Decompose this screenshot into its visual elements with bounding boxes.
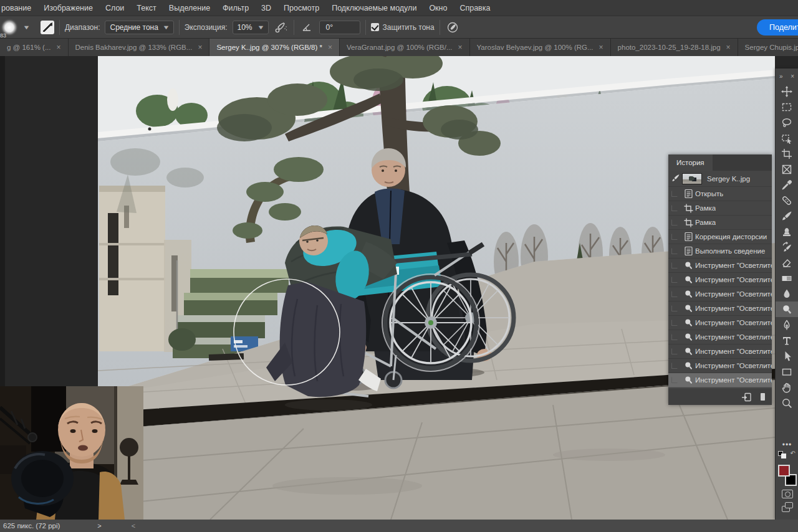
history-source-checkbox[interactable]: [671, 277, 678, 283]
document-tab-5[interactable]: photo_2023-10-25_19-28-18.jpg×: [611, 39, 738, 56]
history-source-checkbox[interactable]: [671, 291, 678, 297]
gradient-tool[interactable]: [776, 270, 798, 286]
move-tool[interactable]: [776, 83, 798, 99]
tab-close-icon[interactable]: ×: [599, 43, 603, 52]
path-select-tool[interactable]: [776, 348, 798, 364]
history-entry-13[interactable]: Инструмент "Осветлите: [668, 373, 772, 387]
history-entry-3[interactable]: Коррекция дисторсии: [668, 230, 772, 244]
share-button[interactable]: Поделиться: [757, 19, 798, 36]
history-source-checkbox[interactable]: [671, 205, 678, 211]
history-entry-9[interactable]: Инструмент "Осветлите: [668, 316, 772, 330]
history-source-checkbox[interactable]: [671, 363, 678, 369]
protect-tones-checkbox[interactable]: [371, 23, 379, 31]
menu-item-4[interactable]: Выделение: [163, 4, 216, 12]
document-tab-3[interactable]: VeraGranat.jpg @ 100% (RGB/...×: [340, 39, 470, 56]
history-source-checkbox[interactable]: [671, 334, 678, 340]
document-tab-1[interactable]: Denis Bakharev.jpg @ 133% (RGB...×: [69, 39, 210, 56]
chevron-down-icon[interactable]: ▼: [22, 24, 30, 31]
history-entry-0[interactable]: Открыть: [668, 187, 772, 201]
angle-input[interactable]: 0°: [319, 21, 360, 34]
menu-item-2[interactable]: Слои: [99, 4, 130, 12]
type-tool[interactable]: [776, 333, 798, 348]
protect-tones-option[interactable]: Защитить тона: [371, 23, 435, 32]
menu-item-6[interactable]: 3D: [255, 4, 277, 12]
history-source-checkbox[interactable]: [671, 234, 678, 240]
history-entry-4[interactable]: Выполнить сведение: [668, 244, 772, 259]
menu-item-3[interactable]: Текст: [130, 4, 162, 12]
document-info[interactable]: 625 пикс. (72 ppi): [0, 522, 60, 530]
document-tab-0[interactable]: g @ 161% (...×: [0, 39, 69, 56]
history-source-checkbox[interactable]: [671, 262, 678, 268]
menu-item-5[interactable]: Фильтр: [216, 4, 255, 12]
tab-close-icon[interactable]: ×: [198, 43, 202, 52]
menu-item-9[interactable]: Окно: [423, 4, 453, 12]
edit-toolbar-icon[interactable]: •••: [782, 442, 792, 447]
dodge-tool[interactable]: [776, 302, 798, 317]
zoom-tool[interactable]: [776, 395, 798, 411]
tab-close-icon[interactable]: ×: [726, 43, 731, 52]
history-entry-10[interactable]: Инструмент "Осветлите: [668, 330, 772, 344]
menu-item-10[interactable]: Справка: [453, 4, 496, 12]
exposure-select[interactable]: 10% ▼: [233, 21, 269, 34]
document-tab-2[interactable]: Sergey K..jpg @ 307% (RGB/8) *×: [209, 39, 340, 56]
menu-item-0[interactable]: рование: [0, 4, 37, 12]
history-entry-7[interactable]: Инструмент "Осветлите: [668, 287, 772, 302]
close-panel-button[interactable]: ×: [791, 73, 794, 80]
frame-tool[interactable]: [776, 161, 798, 177]
toggle-brush-panel-button[interactable]: [41, 21, 54, 34]
object-select-tool[interactable]: [776, 130, 798, 146]
brush-preset-picker[interactable]: 83: [0, 18, 19, 37]
history-snapshot-row[interactable]: Sergey K..jpg: [668, 171, 772, 187]
collapse-panel-button[interactable]: »: [779, 73, 783, 80]
eyedropper-tool[interactable]: [776, 177, 798, 192]
status-arrow-icon[interactable]: >: [97, 522, 101, 530]
document-tab-4[interactable]: Yaroslav Belyaev.jpg @ 100% (RG...×: [470, 39, 611, 56]
brush-tool[interactable]: [776, 208, 798, 224]
tab-close-icon[interactable]: ×: [328, 43, 332, 52]
history-source-checkbox[interactable]: [671, 305, 678, 311]
quick-mask-icon[interactable]: [782, 490, 793, 498]
history-entry-1[interactable]: Рамка: [668, 201, 772, 216]
history-source-checkbox[interactable]: [671, 320, 678, 326]
history-entry-8[interactable]: Инструмент "Осветлите: [668, 302, 772, 316]
history-source-checkbox[interactable]: [671, 191, 678, 197]
foreground-color-swatch[interactable]: [778, 465, 790, 477]
history-source-checkbox[interactable]: [671, 377, 678, 383]
history-source-checkbox[interactable]: [671, 219, 678, 226]
hand-tool[interactable]: [776, 379, 798, 395]
default-colors-icon[interactable]: [778, 451, 788, 460]
history-entry-6[interactable]: Инструмент "Осветлите: [668, 273, 772, 287]
history-entry-2[interactable]: Рамка: [668, 216, 772, 230]
pen-tool[interactable]: [776, 317, 798, 333]
scroll-left-icon[interactable]: <: [132, 522, 135, 530]
menu-item-8[interactable]: Подключаемые модули: [325, 4, 423, 12]
history-source-checkbox[interactable]: [671, 348, 678, 354]
history-panel-tab[interactable]: История: [668, 154, 713, 171]
stamp-tool[interactable]: [776, 224, 798, 239]
rectangle-tool[interactable]: [776, 364, 798, 379]
history-brush-tool[interactable]: [776, 239, 798, 255]
blur-tool[interactable]: [776, 286, 798, 302]
history-entry-11[interactable]: Инструмент "Осветлите: [668, 344, 772, 359]
crop-tool[interactable]: [776, 146, 798, 161]
range-select[interactable]: Средние тона ▼: [105, 21, 173, 34]
airbrush-toggle-button[interactable]: [274, 20, 289, 35]
history-entry-12[interactable]: Инструмент "Осветлите: [668, 359, 772, 373]
pressure-size-button[interactable]: [445, 20, 460, 35]
lasso-tool[interactable]: [776, 115, 798, 130]
eraser-tool[interactable]: [776, 255, 798, 270]
screen-mode-icon[interactable]: [782, 502, 793, 512]
new-snapshot-icon[interactable]: [761, 392, 766, 401]
marquee-tool[interactable]: [776, 99, 798, 115]
swap-colors-icon[interactable]: ↶: [791, 450, 796, 457]
history-brush-source-icon[interactable]: [668, 174, 682, 183]
document-tab-6[interactable]: Sergey Chupis.jpg @ 10×: [738, 39, 798, 56]
history-source-checkbox[interactable]: [671, 248, 678, 254]
new-document-from-state-icon[interactable]: [741, 392, 752, 402]
tab-close-icon[interactable]: ×: [56, 43, 60, 52]
menu-item-7[interactable]: Просмотр: [277, 4, 325, 12]
history-entry-5[interactable]: Инструмент "Осветлите: [668, 259, 772, 273]
menu-item-1[interactable]: Изображение: [37, 4, 99, 12]
tab-close-icon[interactable]: ×: [458, 43, 463, 52]
healing-tool[interactable]: [776, 192, 798, 208]
